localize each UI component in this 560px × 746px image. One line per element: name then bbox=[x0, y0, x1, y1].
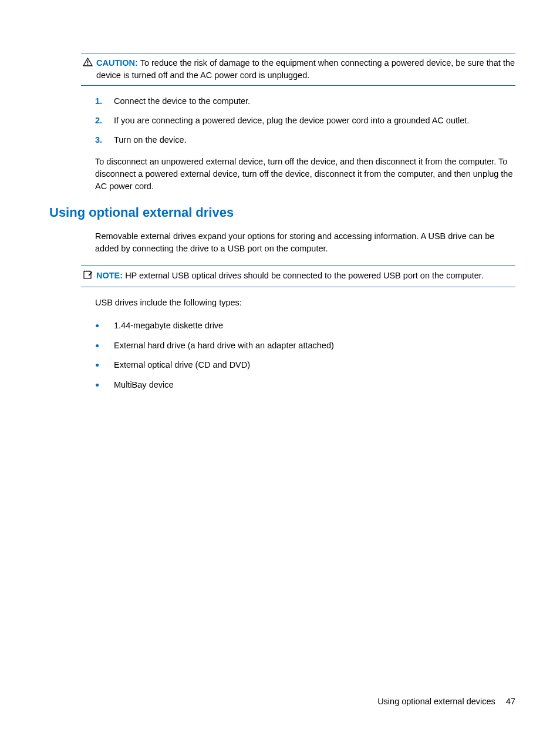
caution-body: CAUTION: To reduce the risk of damage to… bbox=[96, 57, 515, 82]
steps-list: 1. Connect the device to the computer. 2… bbox=[95, 95, 515, 146]
step-number: 2. bbox=[95, 115, 114, 127]
step-number: 3. bbox=[95, 134, 114, 146]
note-body: NOTE: HP external USB optical drives sho… bbox=[96, 270, 515, 282]
step-text: Turn on the device. bbox=[114, 134, 187, 146]
bullet-icon: ● bbox=[95, 320, 114, 332]
step-text: If you are connecting a powered device, … bbox=[114, 115, 469, 127]
list-item: ● MultiBay device bbox=[95, 379, 515, 392]
removable-paragraph: Removable external drives expand your op… bbox=[95, 230, 515, 255]
bullet-icon: ● bbox=[95, 340, 114, 352]
step-item: 3. Turn on the device. bbox=[95, 134, 515, 146]
list-item-text: 1.44-megabyte diskette drive bbox=[114, 320, 223, 332]
caution-label: CAUTION: bbox=[96, 58, 138, 68]
note-text: HP external USB optical drives should be… bbox=[125, 271, 484, 280]
step-item: 1. Connect the device to the computer. bbox=[95, 95, 515, 107]
note-icon bbox=[81, 270, 94, 283]
list-item-text: MultiBay device bbox=[114, 379, 174, 392]
caution-icon bbox=[81, 58, 94, 70]
usb-intro: USB drives include the following types: bbox=[95, 297, 515, 309]
footer-page-number: 47 bbox=[506, 697, 515, 706]
list-item: ● External optical drive (CD and DVD) bbox=[95, 359, 515, 372]
list-item: ● External hard drive (a hard drive with… bbox=[95, 340, 515, 352]
usb-types-list: ● 1.44-megabyte diskette drive ● Externa… bbox=[95, 320, 515, 391]
page-footer: Using optional external devices 47 bbox=[377, 695, 515, 708]
bullet-icon: ● bbox=[95, 359, 114, 372]
bullet-icon: ● bbox=[95, 379, 114, 392]
step-text: Connect the device to the computer. bbox=[114, 95, 250, 107]
footer-section-title: Using optional external devices bbox=[377, 697, 495, 706]
caution-text: To reduce the risk of damage to the equi… bbox=[96, 58, 515, 80]
caution-box: CAUTION: To reduce the risk of damage to… bbox=[81, 53, 515, 86]
note-label: NOTE: bbox=[96, 271, 123, 280]
disconnect-paragraph: To disconnect an unpowered external devi… bbox=[95, 156, 515, 193]
list-item-text: External optical drive (CD and DVD) bbox=[114, 359, 250, 372]
step-number: 1. bbox=[95, 95, 114, 107]
svg-point-1 bbox=[87, 64, 88, 65]
note-box: NOTE: HP external USB optical drives sho… bbox=[81, 266, 515, 287]
list-item-text: External hard drive (a hard drive with a… bbox=[114, 340, 334, 352]
list-item: ● 1.44-megabyte diskette drive bbox=[95, 320, 515, 332]
step-item: 2. If you are connecting a powered devic… bbox=[95, 115, 515, 127]
section-heading: Using optional external drives bbox=[49, 203, 515, 222]
